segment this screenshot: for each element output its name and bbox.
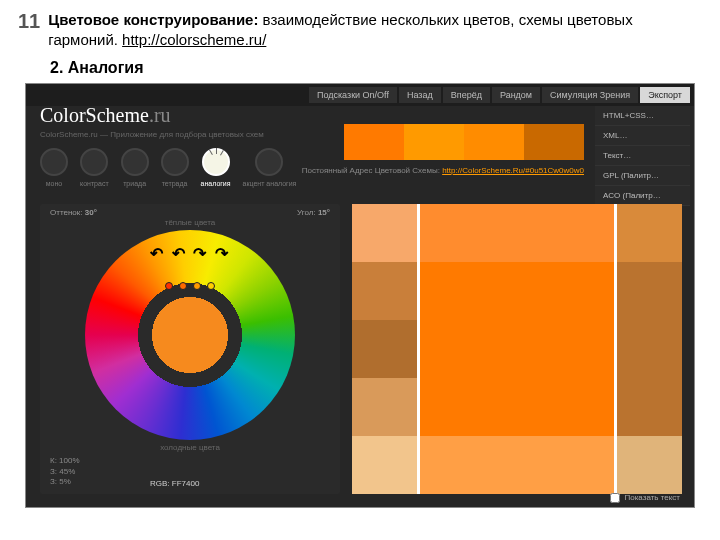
preview-swatch: [524, 124, 584, 160]
vision-button[interactable]: Симуляция Зрения: [542, 87, 638, 103]
cold-label: холодные цвета: [160, 443, 220, 452]
palette-cell[interactable]: [617, 436, 682, 494]
export-xml[interactable]: XML…: [595, 126, 690, 146]
palette-cell[interactable]: [352, 262, 417, 320]
palette-cell[interactable]: [420, 378, 614, 436]
palette-cell[interactable]: [420, 262, 614, 320]
mode-selector: моно контраст триада тетрада аналогия ак…: [40, 148, 296, 187]
palette-cell[interactable]: [352, 204, 417, 262]
warm-label: тёплые цвета: [165, 218, 215, 227]
brand-tagline: ColorScheme.ru — Приложение для подбора …: [40, 130, 264, 139]
app-window: Подсказки On/Off Назад Вперёд Рандом Сим…: [25, 83, 695, 508]
color-wheel[interactable]: ↶ ↶ ↷ ↷: [85, 230, 295, 440]
export-aco[interactable]: ACO (Палитр…: [595, 186, 690, 206]
export-html[interactable]: HTML+CSS…: [595, 106, 690, 126]
brand-logo: ColorScheme.ru: [40, 104, 171, 127]
palette-cell[interactable]: [420, 204, 614, 262]
topbar: Подсказки On/Off Назад Вперёд Рандом Сим…: [26, 84, 694, 106]
palette-cell[interactable]: [420, 320, 614, 378]
mode-mono[interactable]: моно: [40, 148, 68, 187]
palette-grid: [352, 204, 682, 494]
angle-label: Угол: 15°: [297, 208, 330, 217]
mode-accent[interactable]: акцент аналогия: [243, 148, 297, 187]
preview-swatch: [404, 124, 464, 160]
rgb-percent: К: 100%З: 45%З: 5%: [50, 456, 80, 487]
hints-toggle[interactable]: Подсказки On/Off: [309, 87, 397, 103]
hue-label: Оттенок: 30°: [50, 208, 97, 217]
preview-swatch: [344, 124, 404, 160]
source-link[interactable]: http://colorscheme.ru/: [122, 31, 266, 48]
permalink-url[interactable]: http://ColorScheme.Ru/#0u51Cw0w0w0: [442, 166, 584, 175]
show-text-toggle[interactable]: Показать текст: [610, 493, 680, 503]
preview-row: [344, 124, 584, 160]
mode-triad[interactable]: триада: [121, 148, 149, 187]
arrow-overlay: ↶ ↶ ↷ ↷: [150, 244, 229, 263]
mode-tetrad[interactable]: тетрада: [161, 148, 189, 187]
slide-subtitle: 2. Аналогия: [50, 59, 720, 77]
palette-cell[interactable]: [617, 378, 682, 436]
mode-contrast[interactable]: контраст: [80, 148, 109, 187]
export-menu: HTML+CSS… XML… Текст… GPL (Палитр… ACO (…: [595, 106, 690, 206]
slide-number: 11: [18, 10, 40, 33]
palette-cell[interactable]: [420, 436, 614, 494]
slide-title: Цветовое конструирование: взаимодействие…: [48, 10, 690, 51]
palette-cell[interactable]: [352, 378, 417, 436]
permalink: Постоянный Адрес Цветовой Схемы: http://…: [302, 166, 584, 175]
export-gpl[interactable]: GPL (Палитр…: [595, 166, 690, 186]
random-button[interactable]: Рандом: [492, 87, 540, 103]
preview-swatch: [464, 124, 524, 160]
wheel-panel: Оттенок: 30° Угол: 15° тёплые цвета ↶ ↶ …: [40, 204, 340, 494]
export-text[interactable]: Текст…: [595, 146, 690, 166]
export-button[interactable]: Экспорт: [640, 87, 690, 103]
wheel-markers[interactable]: [165, 282, 215, 290]
palette-cell[interactable]: [352, 320, 417, 378]
back-button[interactable]: Назад: [399, 87, 441, 103]
palette-cell[interactable]: [617, 262, 682, 320]
forward-button[interactable]: Вперёд: [443, 87, 490, 103]
rgb-hex: RGB: FF7400: [150, 479, 199, 488]
palette-cell[interactable]: [617, 320, 682, 378]
palette-cell[interactable]: [617, 204, 682, 262]
mode-analog[interactable]: аналогия: [201, 148, 231, 187]
palette-cell[interactable]: [352, 436, 417, 494]
